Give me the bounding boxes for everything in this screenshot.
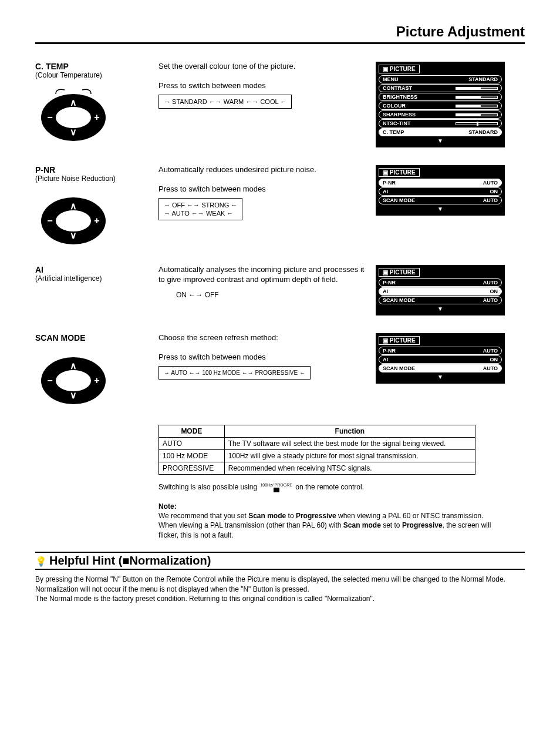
table-row: AUTOThe TV software will select the best… xyxy=(159,438,475,450)
page-title: Picture Adjustment xyxy=(35,24,525,44)
osd-row: SCAN MODEAUTO xyxy=(379,364,502,372)
pnr-title: P-NR xyxy=(35,165,153,174)
ai-subtitle: (Artificial intelligence) xyxy=(35,274,153,283)
osd-row: BRIGHTNESS xyxy=(379,93,502,101)
table-header-mode: MODE xyxy=(159,425,225,438)
osd-ctemp: PICTURE MENUSTANDARDCONTRASTBRIGHTNESSCO… xyxy=(376,62,505,147)
switching-note: Switching is also possible using 100Hz/ … xyxy=(158,483,499,492)
osd-title: PICTURE xyxy=(379,268,420,277)
osd-down-arrow-icon: ▼ xyxy=(379,305,502,313)
note-body: We recommend that you set Scan mode to P… xyxy=(158,512,491,539)
svg-text:−: − xyxy=(47,216,52,226)
table-row: PROGRESSIVERecommended when receiving NT… xyxy=(159,462,475,475)
ctemp-title: C. TEMP xyxy=(35,62,153,71)
osd-row: SCAN MODEAUTO xyxy=(379,196,502,204)
svg-text:∨: ∨ xyxy=(70,390,77,400)
pnr-desc: Automatically reduces undesired picture … xyxy=(158,165,370,175)
svg-text:∨: ∨ xyxy=(70,127,77,137)
svg-text:∧: ∧ xyxy=(70,201,77,211)
hint-title: Helpful Hint (■Normalization) xyxy=(35,552,525,570)
ai-desc: Automatically analyses the incoming pict… xyxy=(158,265,370,285)
scan-press: Press to switch between modes xyxy=(158,352,370,362)
svg-point-7 xyxy=(56,210,91,231)
osd-ai: PICTURE P-NRAUTOAIONSCAN MODEAUTO ▼ xyxy=(376,265,505,315)
ctemp-subtitle: (Colour Temperature) xyxy=(35,71,153,79)
section-pnr: P-NR (Picture Noise Reduction) ∧ ∨ − + A… xyxy=(35,165,525,247)
osd-row: P-NRAUTO xyxy=(379,179,502,187)
osd-pnr: PICTURE P-NRAUTOAIONSCAN MODEAUTO ▼ xyxy=(376,165,505,216)
svg-point-13 xyxy=(56,370,91,391)
svg-text:−: − xyxy=(47,375,52,385)
pnr-cycle: → OFF ←→ STRONG ← → AUTO ←→ WEAK ← xyxy=(158,198,242,221)
svg-text:+: + xyxy=(94,216,99,226)
svg-point-1 xyxy=(56,107,91,128)
osd-title: PICTURE xyxy=(379,168,420,177)
remote-button-icon: 100Hz/ PROGRE xyxy=(260,483,292,492)
osd-row: AION xyxy=(379,287,502,296)
osd-row: SCAN MODEAUTO xyxy=(379,296,502,304)
mode-table: MODE Function AUTOThe TV software will s… xyxy=(158,425,475,475)
ai-title: AI xyxy=(35,265,153,274)
osd-row: AION xyxy=(379,355,502,364)
dpad-icon: ∧ ∨ − + xyxy=(35,189,112,247)
ctemp-cycle: → STANDARD ←→ WARM ←→ COOL ← xyxy=(158,95,292,109)
svg-text:∧: ∧ xyxy=(70,98,77,108)
svg-text:−: − xyxy=(47,112,52,122)
osd-scan: PICTURE P-NRAUTOAIONSCAN MODEAUTO ▼ xyxy=(376,333,505,384)
section-ai: AI (Artificial intelligence) Automatical… xyxy=(35,265,525,315)
osd-down-arrow-icon: ▼ xyxy=(379,137,502,145)
svg-text:+: + xyxy=(94,112,99,122)
osd-row: SHARPNESS xyxy=(379,110,502,119)
osd-row: CONTRAST xyxy=(379,84,502,92)
osd-row: MENUSTANDARD xyxy=(379,75,502,83)
table-row: 100 Hz MODE100Hz will give a steady pict… xyxy=(159,450,475,462)
svg-text:+: + xyxy=(94,375,99,385)
osd-row: C. TEMPSTANDARD xyxy=(379,128,502,136)
section-scan: SCAN MODE ∧ ∨ − + Choose the screen refr… xyxy=(35,333,525,407)
osd-row: P-NRAUTO xyxy=(379,347,502,355)
dpad-icon: ∧ ∨ − + xyxy=(35,85,112,144)
ai-cycle: ON ←→ OFF xyxy=(176,291,370,300)
ctemp-desc: Set the overall colour tone of the pictu… xyxy=(158,62,370,72)
scan-cycle: → AUTO ←→ 100 Hz MODE ←→ PROGRESSIVE ← xyxy=(158,366,311,380)
pnr-press: Press to switch between modes xyxy=(158,184,370,194)
osd-row: P-NRAUTO xyxy=(379,278,502,287)
osd-row: COLOUR xyxy=(379,102,502,110)
svg-text:∧: ∧ xyxy=(70,361,77,371)
section-ctemp: C. TEMP (Colour Temperature) ∧ ∨ − + Set… xyxy=(35,62,525,147)
osd-down-arrow-icon: ▼ xyxy=(379,205,502,213)
dpad-icon: ∧ ∨ − + xyxy=(35,348,112,407)
hint-body: By pressing the Normal "N" Button on the… xyxy=(35,575,525,604)
ctemp-press: Press to switch between modes xyxy=(158,81,370,91)
osd-down-arrow-icon: ▼ xyxy=(379,373,502,381)
note-block: Note: We recommend that you set Scan mod… xyxy=(158,502,499,540)
osd-row: NTSC-TINT xyxy=(379,119,502,127)
scan-desc: Choose the screen refresh method: xyxy=(158,333,370,343)
osd-title: PICTURE xyxy=(379,65,420,73)
pnr-subtitle: (Picture Noise Reduction) xyxy=(35,174,153,183)
svg-text:∨: ∨ xyxy=(70,230,77,240)
table-header-function: Function xyxy=(224,425,475,438)
osd-title: PICTURE xyxy=(379,336,420,345)
osd-row: AION xyxy=(379,187,502,196)
scan-title: SCAN MODE xyxy=(35,333,153,343)
